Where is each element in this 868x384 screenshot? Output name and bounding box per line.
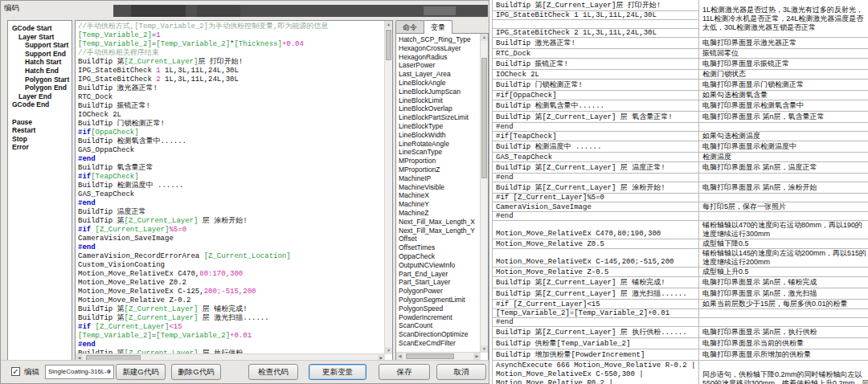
code-line[interactable]: #end <box>78 243 384 252</box>
scroll-up-icon[interactable]: ▲ <box>385 21 392 28</box>
variable-item-lineblocklimit[interactable]: LineBlockLimit <box>399 96 480 105</box>
tree-item-support-end[interactable]: Support End <box>8 50 72 59</box>
code-line[interactable]: BuildTip 氧含量正常 <box>78 164 384 173</box>
variable-item-offsettimes[interactable]: OffsetTimes <box>399 243 480 252</box>
variable-item-machinex[interactable]: MachineX <box>399 191 480 200</box>
code-line[interactable]: IOCheck 2L <box>78 111 384 120</box>
code-line[interactable]: //手动供粉方式,[Temp_Variable_2]为手动供粉控制变量,即为能源… <box>78 22 384 31</box>
code-line[interactable]: Custom_VisionCoating <box>78 261 384 270</box>
code-editor-text[interactable]: //手动供粉方式,[Temp_Variable_2]为手动供粉控制变量,即为能源… <box>78 22 384 354</box>
variable-item-lineblockjumpscan[interactable]: LineBlockJumpScan <box>399 88 480 96</box>
tree-item-polygon-end[interactable]: Polygon End <box>8 84 72 92</box>
variable-item-powderincrement[interactable]: PowderIncrement <box>399 313 480 322</box>
variable-item-lineblockangle[interactable]: LineBlockAngle <box>399 79 480 88</box>
code-line[interactable]: [Temp_Variable_2]=[Temp_Variable_2]*[Thi… <box>78 40 384 49</box>
scroll-down-icon[interactable]: ▼ <box>481 345 488 353</box>
variable-item-mproportionz[interactable]: MProportionZ <box>399 165 480 174</box>
variable-item-linescantype[interactable]: LineScanType <box>399 148 480 157</box>
code-line[interactable]: IPG_StateBitCheck 2 1L,3L,11L,24L,30L <box>78 76 384 84</box>
update-variables-button[interactable]: 更新变量 <box>309 364 366 380</box>
delete-gcode-button[interactable]: 删除G代码 <box>171 364 221 380</box>
tree-item-layer-end[interactable]: Layer End <box>8 92 72 101</box>
scrollbar-thumb[interactable] <box>481 58 487 178</box>
tree-item-restart[interactable]: Restart <box>8 126 72 135</box>
code-line[interactable]: BuildTip 激光器正常! <box>78 84 384 93</box>
variable-item-machinez[interactable]: MachineZ <box>399 209 480 218</box>
scroll-up-icon[interactable]: ▲ <box>481 34 488 41</box>
variable-item-mproportion[interactable]: MProportion <box>399 157 480 165</box>
tree-item-gcode-start[interactable]: GCode Start <box>8 24 72 33</box>
variable-item-hexagoncrosslayer[interactable]: HexagonCrossLayer <box>399 44 480 53</box>
code-line[interactable]: Motion_Move_Relative Z0.2 <box>78 279 384 288</box>
code-line[interactable]: BuildTip 检测温度中 ...... <box>78 182 384 190</box>
variable-item-machinevisible[interactable]: MachineVisible <box>399 183 480 192</box>
variable-item-next-fill-max-length-x[interactable]: Next_Fill_Max_Length_X <box>399 218 480 227</box>
tab-variables[interactable]: 变量 <box>424 20 452 34</box>
variable-item-polygonpower[interactable]: PolygonPower <box>399 287 480 296</box>
tree-item-stop[interactable]: Stop <box>8 135 72 144</box>
code-line[interactable]: BuildTip 第[Z_Current_Layer] 层 激光扫描...... <box>78 314 384 323</box>
code-line[interactable]: #end <box>78 199 384 208</box>
code-line[interactable]: Motion_Move_RelativeEx C-125,200;-515,20… <box>78 288 384 296</box>
code-line[interactable]: GAS_TeapCheck <box>78 190 384 199</box>
variable-item-lineblockwidth[interactable]: LineBlockWidth <box>399 131 480 140</box>
variable-item-outputncviewinfo[interactable]: OutputNCViewInfo <box>399 261 480 270</box>
variable-item-offset[interactable]: Offset <box>399 235 480 243</box>
tree-item-hatch-start[interactable]: Hatch Start <box>8 58 72 67</box>
save-button[interactable]: 保存 <box>379 364 430 380</box>
variable-item-scancount[interactable]: ScanCount <box>399 321 480 330</box>
check-code-button[interactable]: 检查代码 <box>248 364 298 380</box>
variable-item-lineblocktype[interactable]: LineBlockType <box>399 122 480 131</box>
code-line[interactable]: [Temp_Variable_2]=[Temp_Variable_2]+0.01 <box>78 332 384 341</box>
gcode-profile-dropdown[interactable]: SingleCoating-316L-0 ▼ <box>45 365 114 379</box>
scroll-right-icon[interactable]: ▶ <box>473 353 481 360</box>
scroll-down-icon[interactable]: ▼ <box>385 347 392 354</box>
code-line[interactable]: GAS_OppaCheck <box>78 146 384 155</box>
code-editor[interactable]: //手动供粉方式,[Temp_Variable_2]为手动供粉控制变量,即为能源… <box>75 20 393 362</box>
code-line[interactable]: [Temp_Variable_2]=1 <box>78 31 384 40</box>
code-line[interactable]: BuildTip 第[Z_Current_Layer]层 打印开始! <box>78 58 384 67</box>
variable-item-laserpower[interactable]: LaserPower <box>399 61 480 70</box>
variable-item-polygonsegmentlimit[interactable]: PolygonSegmentLimit <box>399 296 480 304</box>
variable-item-machineip[interactable]: MachineIP <box>399 174 480 183</box>
edit-checkbox[interactable]: ✓ <box>11 367 20 376</box>
code-line[interactable]: //手动供粉相关程序结束 <box>78 49 384 58</box>
code-line[interactable]: BuildTip 振镜正常! <box>78 102 384 111</box>
code-line[interactable]: RTC_Dock <box>78 93 384 102</box>
cancel-button[interactable]: 取消 <box>436 364 486 380</box>
list-horizontal-scrollbar[interactable]: ◀ ▶ <box>396 352 481 360</box>
code-line[interactable]: #if[TeapCheck] <box>78 173 384 182</box>
scrollbar-thumb[interactable] <box>406 353 454 359</box>
code-line[interactable]: BuildTip 门锁检测正常! <box>78 120 384 129</box>
tree-item-error[interactable]: Error <box>8 143 72 152</box>
code-line[interactable]: BuildTip 第[Z_Current_Layer] 层 铺粉完成! <box>78 305 384 314</box>
code-line[interactable]: CameraVision_RecordErrorArea [Z_Current_… <box>78 252 384 261</box>
code-line[interactable]: #if[OppaCheck] <box>78 129 384 137</box>
variable-item-part-end-layer[interactable]: Part_End_Layer <box>399 270 480 279</box>
variable-item-last-layer-area[interactable]: Last_Layer_Area <box>399 70 480 79</box>
variable-item-machiney[interactable]: MachineY <box>399 200 480 209</box>
variable-item-lineblockpartsizelimit[interactable]: LineBlockPartSizeLimit <box>399 113 480 122</box>
list-vertical-scrollbar[interactable]: ▲ ▼ <box>480 34 488 353</box>
tree-item-pause[interactable]: Pause <box>8 118 72 127</box>
variable-item-polygonspeed[interactable]: PolygonSpeed <box>399 304 480 313</box>
variable-item-oppacheck[interactable]: OppaCheck <box>399 252 480 261</box>
tree-item-hatch-end[interactable]: Hatch End <box>8 67 72 76</box>
code-line[interactable]: BuildTip 温度正常 <box>78 208 384 217</box>
code-line[interactable]: BuildTip 第[Z_Current_Layer] 层 涂粉开始! <box>78 217 384 226</box>
code-line[interactable]: BuildTip 检测氧含量中...... <box>78 137 384 146</box>
tree-item-support-start[interactable]: Support Start <box>8 41 72 50</box>
variable-item-part-start-layer[interactable]: Part_Start_Layer <box>399 278 480 287</box>
code-line[interactable]: IPG_StateBitCheck 1 1L,3L,11L,24L,30L <box>78 67 384 76</box>
tab-commands[interactable]: 命令 <box>395 20 424 34</box>
variable-item-hexagonradius[interactable]: HexagonRadius <box>399 53 480 62</box>
variable-item-linerotateangle[interactable]: LineRotateAngle <box>399 140 480 149</box>
code-vertical-scrollbar[interactable]: ▲ ▼ <box>384 21 392 354</box>
scroll-left-icon[interactable]: ◀ <box>396 353 403 360</box>
tree-item-polygon-start[interactable]: Polygon Start <box>8 76 72 84</box>
variable-item-hatch-scp-ring-type[interactable]: Hatch_SCP_Ring_Type <box>399 35 480 44</box>
code-line[interactable]: #if [Z_Current_Layer]%5=0 <box>78 226 384 235</box>
code-line[interactable]: CameraVision_SaveImage <box>78 235 384 243</box>
code-line[interactable]: #end <box>78 341 384 349</box>
new-gcode-button[interactable]: 新建G代码 <box>116 364 166 380</box>
